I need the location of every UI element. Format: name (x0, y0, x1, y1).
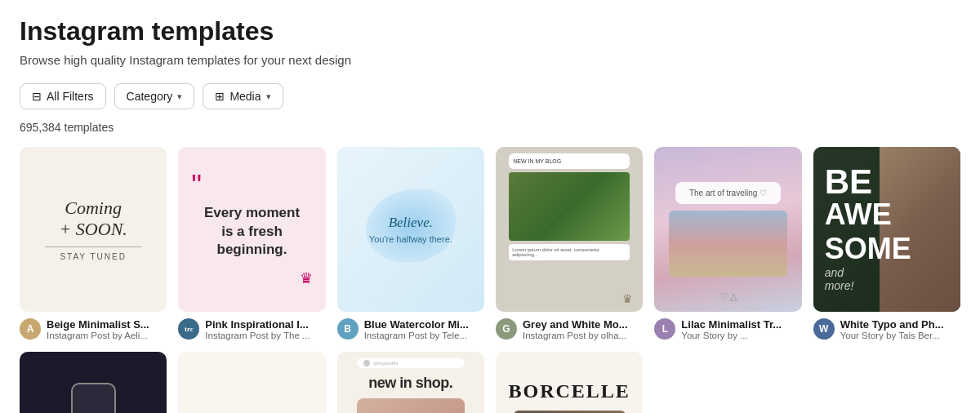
card-title-5: Lilac Minimalist Tr... (681, 318, 782, 331)
card-meta-3: B Blue Watercolor Mi... Instagram Post b… (337, 318, 484, 340)
template-thumbnail-10: BORCELLE (496, 352, 643, 413)
card-meta-6: W White Typo and Ph... Your Story by Tai… (813, 318, 960, 340)
avatar-3: B (337, 318, 359, 340)
template-count: 695,384 templates (20, 121, 960, 134)
category-label: Category (127, 90, 173, 103)
media-chevron-icon: ▾ (266, 91, 271, 102)
card-subtitle-3: Instagram Post by Tele... (364, 331, 469, 340)
avatar-1: A (20, 318, 41, 340)
template-thumbnail-6: BE AWE SOME and more! (813, 147, 960, 312)
template-card-1[interactable]: Coming+ SOON. STAY TUNED A Beige Minimal… (20, 147, 167, 340)
filters-row: ⊟ All Filters Category ▾ ⊞ Media ▾ (20, 83, 960, 109)
template-thumbnail-9: @myprofile new in shop. (337, 352, 484, 413)
card-title-6: White Typo and Ph... (840, 318, 944, 331)
media-label: Media (229, 90, 261, 103)
card-text-6: White Typo and Ph... Your Story by Tais … (840, 318, 944, 340)
category-filter-button[interactable]: Category ▾ (114, 83, 195, 109)
card-meta-2: trc Pink Inspirational I... Instagram Po… (178, 318, 325, 340)
card-title-2: Pink Inspirational I... (205, 318, 310, 331)
card-subtitle-6: Your Story by Tais Ber... (840, 331, 944, 340)
card-subtitle-1: Instagram Post by Aeli... (47, 331, 149, 340)
avatar-6: W (813, 318, 835, 340)
card-text-1: Beige Minimalist S... Instagram Post by … (47, 318, 149, 340)
template-card-3[interactable]: Believe. You're halfway there. B Blue Wa… (337, 147, 484, 340)
card-subtitle-5: Your Story by ... (681, 331, 782, 340)
card-text-4: Grey and White Mo... Instagram Post by o… (523, 318, 628, 340)
card-title-1: Beige Minimalist S... (47, 318, 149, 331)
card-subtitle-2: Instagram Post by The ... (205, 331, 310, 340)
template-card-6[interactable]: BE AWE SOME and more! W White Typo and P… (813, 147, 960, 340)
template-card-2[interactable]: " Every momentis a freshbeginning. ♛ trc… (178, 147, 325, 340)
avatar-2: trc (178, 318, 199, 340)
template-thumbnail-7: LAUNCHING IN 01.01.2024 (20, 352, 167, 413)
filter-icon: ⊟ (32, 90, 42, 103)
media-filter-button[interactable]: ⊞ Media ▾ (203, 83, 283, 109)
card-meta-5: L Lilac Minimalist Tr... Your Story by .… (654, 318, 801, 340)
page-title: Instagram templates (20, 16, 960, 47)
card-meta-1: A Beige Minimalist S... Instagram Post b… (20, 318, 167, 340)
card-text-2: Pink Inspirational I... Instagram Post b… (205, 318, 310, 340)
card-text-5: Lilac Minimalist Tr... Your Story by ... (681, 318, 782, 340)
card-meta-4: G Grey and White Mo... Instagram Post by… (496, 318, 643, 340)
avatar-4: G (496, 318, 517, 340)
template-thumbnail-8: make it happen (178, 352, 325, 413)
template-card-5[interactable]: The art of traveling ♡ ♡ △ L Lilac Minim… (654, 147, 801, 340)
card-title-3: Blue Watercolor Mi... (364, 318, 469, 331)
template-thumbnail-4: NEW IN MY BLOG Lorem ipsum dolor sit ame… (496, 147, 643, 312)
page-subtitle: Browse high quality Instagram templates … (20, 53, 960, 67)
all-filters-button[interactable]: ⊟ All Filters (20, 83, 106, 109)
all-filters-label: All Filters (47, 90, 94, 103)
card-text-3: Blue Watercolor Mi... Instagram Post by … (364, 318, 469, 340)
category-chevron-icon: ▾ (177, 91, 182, 102)
template-card-8[interactable]: make it happen M Make It Happen Instagra… (178, 352, 325, 413)
template-thumbnail-1: Coming+ SOON. STAY TUNED (20, 147, 167, 312)
card-subtitle-4: Instagram Post by olha... (523, 331, 628, 340)
template-card-10[interactable]: BORCELLE B Borcelle Classic Instagram Po… (496, 352, 643, 413)
template-grid: Coming+ SOON. STAY TUNED A Beige Minimal… (20, 147, 960, 413)
template-thumbnail-3: Believe. You're halfway there. (337, 147, 484, 312)
template-card-9[interactable]: @myprofile new in shop. N New in Shop In… (337, 352, 484, 413)
template-card-7[interactable]: LAUNCHING IN 01.01.2024 D Dark Launch Po… (20, 352, 167, 413)
media-icon: ⊞ (215, 90, 225, 103)
template-card-4[interactable]: NEW IN MY BLOG Lorem ipsum dolor sit ame… (496, 147, 643, 340)
template-thumbnail-5: The art of traveling ♡ ♡ △ (654, 147, 801, 312)
card-title-4: Grey and White Mo... (523, 318, 628, 331)
template-thumbnail-2: " Every momentis a freshbeginning. ♛ (178, 147, 325, 312)
avatar-5: L (654, 318, 675, 340)
